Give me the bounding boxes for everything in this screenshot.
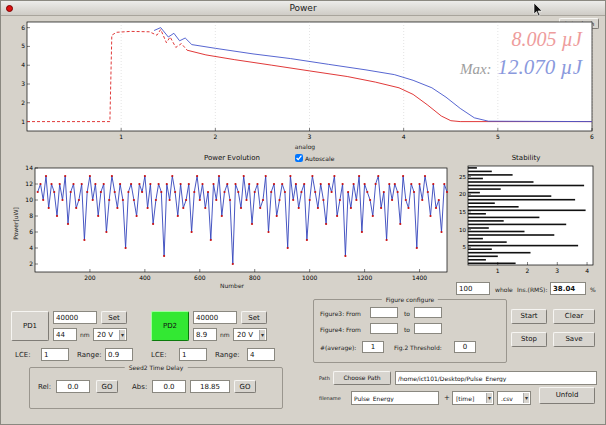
svg-text:400: 400 — [139, 274, 151, 281]
start-button[interactable]: Start — [511, 309, 547, 324]
whole-count-field[interactable] — [456, 282, 490, 295]
choose-path-button[interactable]: Choose Path — [333, 371, 391, 385]
path-label: Path — [319, 375, 330, 381]
seed2-group-title: Seed2 Time Delay — [125, 364, 188, 371]
svg-text:10: 10 — [459, 227, 466, 233]
svg-text:4: 4 — [21, 61, 25, 68]
svg-text:1: 1 — [119, 133, 123, 140]
pd1-voltage-select[interactable]: 20 V ▾ — [93, 328, 127, 341]
abs-go-button[interactable]: GO — [234, 380, 256, 393]
svg-text:4: 4 — [402, 133, 406, 140]
fig3-to-field[interactable] — [414, 307, 442, 318]
autoscale-label: Autoscale — [305, 155, 334, 162]
rel-delay-field[interactable] — [56, 380, 90, 393]
filename-plus-label: + — [444, 394, 450, 402]
unfold-button[interactable]: Unfold — [539, 387, 595, 404]
lce-a-field[interactable] — [41, 348, 69, 361]
stability-chart: 1234510152025 — [454, 164, 598, 278]
svg-text:3: 3 — [308, 133, 312, 140]
svg-text:20: 20 — [459, 191, 466, 197]
pd1-wavelength-field[interactable] — [53, 328, 77, 341]
autoscale-checkbox[interactable]: Autoscale — [295, 154, 334, 162]
chevron-down-icon: ▾ — [119, 330, 125, 340]
abs-current-field[interactable] — [190, 380, 230, 393]
svg-text:1: 1 — [21, 118, 25, 125]
seed2-time-delay-group: Seed2 Time Delay Rel: GO Abs: GO — [29, 367, 283, 409]
rel-go-button[interactable]: GO — [96, 380, 118, 393]
pd2-gain-field[interactable] — [193, 311, 237, 324]
lce-b-field[interactable] — [179, 348, 207, 361]
abs-label: Abs: — [132, 383, 147, 391]
whole-label: whole — [495, 286, 513, 293]
clear-button[interactable]: Clear — [553, 309, 595, 324]
svg-text:5: 5 — [21, 42, 25, 49]
svg-text:5: 5 — [496, 133, 500, 140]
time-suffix-value: [time] — [456, 395, 474, 402]
svg-text:3: 3 — [555, 267, 559, 274]
figure-configure-group: Figure configure Figure3: From to Figure… — [313, 299, 507, 363]
pd2-wavelength-field[interactable] — [193, 328, 217, 341]
svg-text:2: 2 — [213, 133, 217, 140]
svg-text:2: 2 — [29, 260, 33, 267]
rms-value-field[interactable] — [550, 282, 586, 295]
fig4-to-field[interactable] — [414, 323, 442, 334]
time-suffix-select[interactable]: [time] ▾ — [452, 391, 494, 405]
range-b-field[interactable] — [247, 348, 275, 361]
pd2-set-button[interactable]: Set — [241, 311, 267, 324]
abs-delay-field[interactable] — [152, 380, 186, 393]
autoscale-checkbox-input[interactable] — [295, 154, 303, 162]
path-field[interactable] — [395, 371, 597, 385]
pd1-gain-field[interactable] — [53, 311, 97, 324]
threshold-label: Fig.2 Threshold: — [394, 344, 442, 351]
pd1-button[interactable]: PD1 — [11, 311, 49, 341]
pd1-voltage-value: 20 V — [97, 331, 113, 339]
svg-text:2: 2 — [526, 267, 530, 274]
lce-a-label: LCE: — [15, 351, 31, 359]
max-label: Max: — [460, 61, 492, 77]
power-evolution-xlabel: Number — [9, 282, 455, 289]
power-evolution-title: Power Evolution — [9, 154, 455, 162]
pd1-set-button[interactable]: Set — [101, 311, 127, 324]
titlebar: Power — [1, 1, 605, 16]
fig3-from-field[interactable] — [370, 307, 398, 318]
pd2-nm-label: nm — [220, 331, 230, 338]
svg-text:800: 800 — [249, 274, 261, 281]
average-field[interactable] — [362, 341, 384, 353]
svg-text:10: 10 — [25, 196, 33, 203]
svg-text:6: 6 — [590, 133, 594, 140]
svg-text:3: 3 — [21, 80, 25, 87]
extension-value: .csv — [501, 395, 513, 402]
top-plot-xlabel: analog — [10, 143, 600, 150]
filename-field[interactable] — [351, 391, 439, 405]
extension-select[interactable]: .csv ▾ — [497, 391, 531, 405]
rms-label: Ins.(RMS): — [517, 286, 547, 293]
range-a-label: Range: — [77, 351, 102, 359]
threshold-field[interactable] — [454, 341, 476, 353]
svg-text:25: 25 — [459, 174, 466, 180]
fig4-label: Figure4: From — [320, 326, 361, 333]
max-energy-annotation: Max:12.070 µJ — [460, 55, 582, 80]
chevron-down-icon: ▾ — [486, 393, 492, 403]
max-value: 12.070 µJ — [498, 55, 582, 79]
svg-text:6: 6 — [21, 24, 25, 31]
save-button[interactable]: Save — [553, 332, 595, 347]
stop-button[interactable]: Stop — [511, 332, 547, 347]
lce-b-label: LCE: — [151, 351, 167, 359]
svg-text:1000: 1000 — [302, 274, 317, 281]
range-a-field[interactable] — [105, 348, 133, 361]
svg-text:6: 6 — [29, 228, 33, 235]
fig4-to-label: to — [404, 326, 410, 333]
pd2-voltage-select[interactable]: 20 V ▾ — [233, 328, 267, 341]
svg-text:2: 2 — [21, 99, 25, 106]
window-title: Power — [1, 3, 605, 13]
mouse-cursor-icon — [533, 3, 543, 17]
pd2-button[interactable]: PD2 — [151, 311, 189, 341]
filename-label: filename — [319, 395, 341, 401]
fig3-to-label: to — [404, 310, 410, 317]
svg-text:14: 14 — [25, 164, 33, 171]
fig4-from-field[interactable] — [370, 323, 398, 334]
svg-text:5: 5 — [463, 244, 467, 250]
svg-text:15: 15 — [459, 209, 466, 215]
power-evolution-chart: 2004006008001000120014002468101214 — [11, 164, 453, 288]
fig3-label: Figure3: From — [320, 310, 361, 317]
